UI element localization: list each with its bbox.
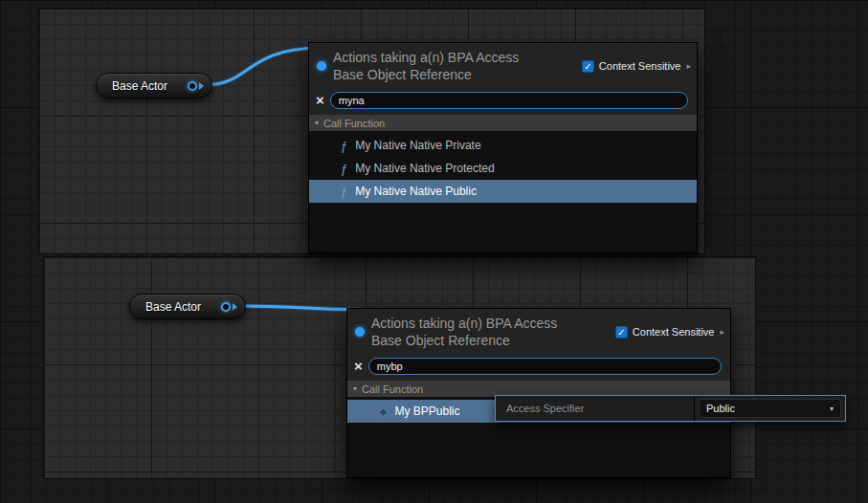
- menu-title: Actions taking a(n) BPA Access Base Obje…: [333, 49, 582, 83]
- clear-search-icon[interactable]: ×: [354, 359, 363, 373]
- menu-item-my-native-native-private[interactable]: ƒ My Native Native Private: [309, 134, 697, 157]
- dropdown-value: Public: [706, 403, 735, 414]
- object-output-pin[interactable]: [188, 81, 204, 91]
- category-call-function[interactable]: ▾ Call Function: [309, 115, 697, 131]
- blueprint-function-icon: ◆: [379, 405, 387, 418]
- chevron-down-icon: ▾: [830, 405, 834, 413]
- search-input[interactable]: [330, 92, 688, 109]
- menu-item-label: My Native Native Protected: [355, 162, 494, 175]
- menu-item-my-native-native-protected[interactable]: ƒ My Native Native Protected: [309, 157, 697, 180]
- collapse-triangle-icon: ▾: [353, 384, 357, 393]
- clear-search-icon[interactable]: ×: [316, 93, 324, 107]
- access-specifier-dropdown[interactable]: Public ▾: [699, 399, 841, 418]
- menu-item-my-native-native-public[interactable]: ƒ My Native Native Public: [309, 180, 697, 203]
- access-specifier-combo-wrap: Public ▾: [695, 396, 845, 421]
- collapse-triangle-icon: ▾: [315, 119, 319, 127]
- access-specifier-popup: Access Specifier Public ▾: [495, 395, 846, 422]
- menu-title-line1: Actions taking a(n) BPA Access: [333, 49, 582, 66]
- function-icon: ƒ: [341, 139, 347, 153]
- context-sensitive-checkbox[interactable]: ✓: [582, 60, 594, 73]
- object-output-pin[interactable]: [221, 302, 237, 312]
- search-row: ×: [309, 89, 697, 115]
- menu-title-line1: Actions taking a(n) BPA Access: [371, 315, 615, 332]
- pin-circle-icon: [188, 81, 197, 91]
- base-actor-node-bottom[interactable]: Base Actor: [129, 294, 246, 319]
- menu-title: Actions taking a(n) BPA Access Base Obje…: [371, 315, 615, 349]
- function-icon: ƒ: [341, 162, 347, 176]
- pin-wedge-icon: [233, 303, 237, 311]
- menu-title-line2: Base Object Reference: [333, 66, 582, 83]
- menu-item-label: My Native Native Public: [355, 185, 477, 198]
- context-menu-top: Actions taking a(n) BPA Access Base Obje…: [308, 42, 698, 253]
- function-icon: ƒ: [341, 185, 347, 199]
- node-label: Base Actor: [112, 79, 167, 93]
- context-sensitive-group: ✓ Context Sensitive ▸: [582, 60, 691, 73]
- category-label: Call Function: [323, 118, 385, 129]
- menu-header: Actions taking a(n) BPA Access Base Obje…: [309, 43, 697, 89]
- context-menu-bottom: Actions taking a(n) BPA Access Base Obje…: [346, 308, 731, 478]
- menu-title-line2: Base Object Reference: [371, 332, 615, 349]
- search-row: ×: [347, 355, 730, 381]
- pin-circle-icon: [221, 302, 231, 312]
- node-label: Base Actor: [145, 300, 201, 314]
- base-actor-node-top[interactable]: Base Actor: [96, 73, 212, 98]
- menu-item-label: My BPPublic: [394, 405, 459, 418]
- context-sensitive-group: ✓ Context Sensitive ▸: [615, 326, 724, 339]
- object-pin-dot-icon: [355, 327, 365, 337]
- context-sensitive-label: Context Sensitive: [633, 326, 715, 338]
- menu-item-label: My Native Native Private: [355, 139, 480, 152]
- blueprint-graph-canvas[interactable]: Base Actor Base Actor Actions taking a(n…: [0, 0, 868, 503]
- pin-wedge-icon: [199, 82, 204, 90]
- submenu-arrow-icon[interactable]: ▸: [720, 327, 724, 337]
- search-input[interactable]: [368, 358, 722, 375]
- access-specifier-label: Access Specifier: [496, 396, 695, 421]
- context-sensitive-label: Context Sensitive: [599, 60, 681, 72]
- menu-header: Actions taking a(n) BPA Access Base Obje…: [347, 309, 730, 355]
- object-pin-dot-icon: [317, 61, 326, 71]
- menu-item-list: ƒ My Native Native Private ƒ My Native N…: [309, 131, 697, 252]
- submenu-arrow-icon[interactable]: ▸: [686, 61, 691, 71]
- category-label: Call Function: [362, 383, 423, 395]
- context-sensitive-checkbox[interactable]: ✓: [615, 326, 628, 339]
